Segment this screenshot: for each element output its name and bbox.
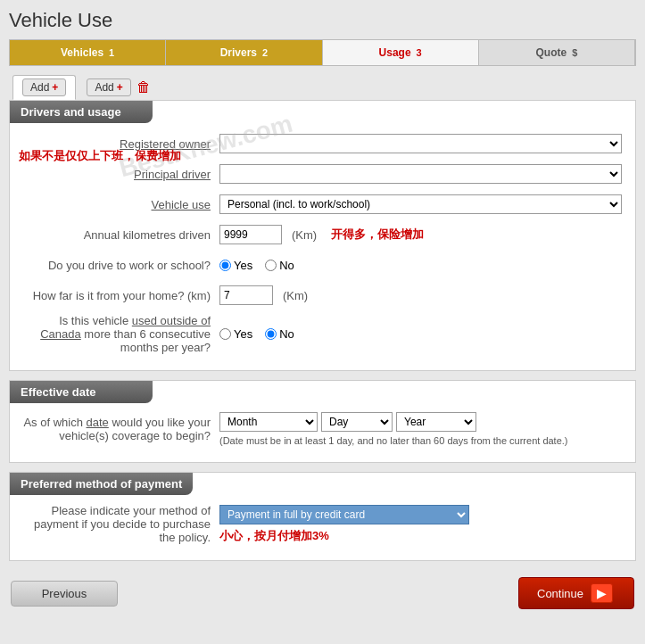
add-driver-button[interactable]: Add +	[87, 78, 130, 96]
progress-drivers[interactable]: Drivers 2	[166, 40, 322, 65]
vehicle-use-field: Personal (incl. to work/school)	[219, 194, 622, 214]
drivers-usage-section: Drivers and usage BestKnew.com 如果不是仅仅上下班…	[9, 100, 636, 371]
page-title: Vehicle Use	[9, 9, 636, 32]
drivers-usage-heading: Drivers and usage	[10, 101, 153, 123]
effective-date-label: As of which date would you like your veh…	[23, 416, 219, 442]
payment-label: Please indicate your method of payment i…	[23, 504, 219, 544]
how-far-field: (Km)	[219, 285, 622, 305]
effective-date-row: As of which date would you like your veh…	[23, 412, 622, 446]
drive-work-label: Do you drive to work or school?	[23, 259, 219, 272]
how-far-label: How far is it from your home? (km)	[23, 289, 219, 302]
progress-vehicles[interactable]: Vehicles 1	[10, 40, 166, 65]
continue-arrow: ▶	[591, 583, 613, 603]
outside-canada-label: Is this vehicle used outside of Canada m…	[23, 314, 219, 354]
vehicle-use-select[interactable]: Personal (incl. to work/school)	[219, 194, 622, 214]
how-far-row: How far is it from your home? (km) (Km)	[23, 284, 622, 307]
registered-owner-select[interactable]	[219, 134, 622, 153]
payment-section: Preferred method of payment Please indic…	[9, 472, 636, 561]
annual-km-input[interactable]	[219, 225, 282, 244]
outside-canada-field: Yes No	[219, 327, 622, 341]
how-far-input[interactable]	[219, 285, 273, 305]
payment-field: Payment in full by credit card Monthly p…	[219, 505, 622, 544]
tab-vehicles[interactable]: Add +	[12, 75, 76, 100]
drive-work-yes[interactable]: Yes	[219, 259, 252, 272]
effective-date-fields: Month January February March Day Year 20…	[219, 412, 622, 446]
payment-annotation: 小心，按月付增加3%	[219, 529, 329, 542]
drive-work-no[interactable]: No	[265, 259, 294, 272]
drive-work-row: Do you drive to work or school? Yes No	[23, 253, 622, 277]
principal-driver-row: Principal driver	[23, 162, 622, 186]
outside-yes[interactable]: Yes	[219, 327, 252, 341]
progress-quote[interactable]: Quote $	[479, 40, 635, 65]
outside-canada-row: Is this vehicle used outside of Canada m…	[23, 314, 622, 354]
drive-work-field: Yes No	[219, 259, 622, 272]
outside-no[interactable]: No	[265, 327, 294, 341]
principal-driver-label: Principal driver	[23, 168, 219, 181]
day-select[interactable]: Day	[321, 412, 393, 432]
vehicle-use-row: Vehicle use Personal (incl. to work/scho…	[23, 193, 622, 216]
delete-icon[interactable]: 🗑	[136, 79, 151, 95]
annual-km-label: Annual kilometres driven	[23, 228, 219, 242]
registered-owner-field	[219, 134, 622, 153]
add-vehicle-button[interactable]: Add +	[22, 78, 66, 96]
payment-select[interactable]: Payment in full by credit card Monthly p…	[219, 505, 469, 524]
bottom-nav: Previous Continue ▶	[9, 574, 636, 613]
annotation-2: 开得多，保险增加	[331, 227, 424, 243]
payment-row: Please indicate your method of payment i…	[23, 504, 622, 544]
progress-bar: Vehicles 1 Drivers 2 Usage 3 Quote $	[9, 39, 636, 66]
payment-heading: Preferred method of payment	[10, 473, 193, 495]
month-select[interactable]: Month January February March	[219, 412, 318, 432]
progress-usage[interactable]: Usage 3	[323, 40, 479, 65]
annual-km-field: (Km) 开得多，保险增加	[219, 225, 622, 244]
principal-driver-field	[219, 164, 622, 184]
year-select[interactable]: Year 2024 2025	[396, 412, 476, 432]
effective-date-section: Effective date As of which date would yo…	[9, 380, 636, 463]
annual-km-row: Annual kilometres driven (Km) 开得多，保险增加	[23, 223, 622, 246]
principal-driver-select[interactable]	[219, 164, 622, 184]
vehicle-use-label: Vehicle use	[23, 198, 219, 211]
continue-button[interactable]: Continue ▶	[518, 577, 634, 609]
previous-button[interactable]: Previous	[11, 581, 118, 607]
annotation-1: 如果不是仅仅上下班，保费增加	[19, 148, 181, 164]
date-note: (Date must be in at least 1 day, and no …	[219, 435, 622, 446]
how-far-unit: (Km)	[283, 289, 308, 302]
effective-date-heading: Effective date	[10, 381, 153, 403]
km-unit: (Km)	[292, 228, 317, 242]
